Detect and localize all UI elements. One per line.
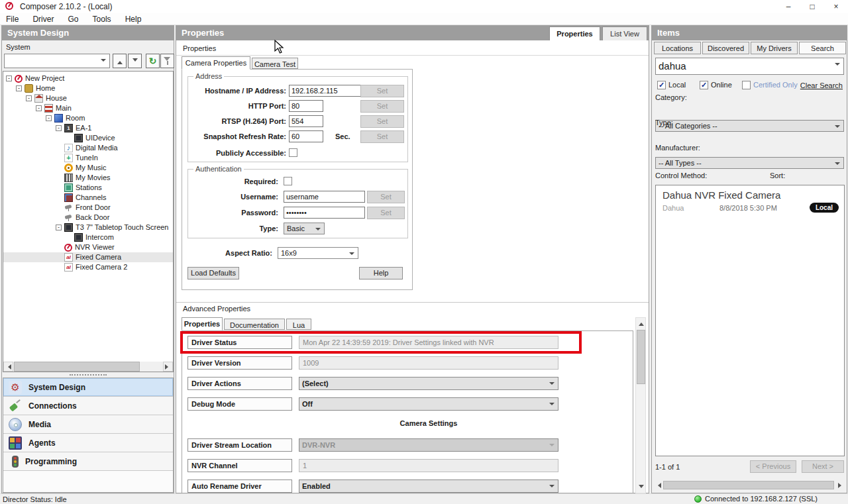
nav-connections[interactable]: Connections: [3, 397, 173, 415]
tab-adv-documentation[interactable]: Documentation: [224, 319, 285, 330]
tree-item-fixed-camera[interactable]: alFixed Camera: [3, 252, 173, 262]
scroll-right-button[interactable]: [836, 480, 846, 490]
tree-item-stations[interactable]: Stations: [3, 183, 173, 193]
certified-only-checkbox[interactable]: [742, 81, 751, 89]
menu-go[interactable]: Go: [62, 13, 84, 25]
tree-item-room[interactable]: -Room: [3, 113, 173, 123]
tree-item-intercom[interactable]: Intercom: [3, 232, 173, 242]
tree-item-tunein[interactable]: +TuneIn: [3, 153, 173, 163]
result-item-dahua-nvr-fixed-camera[interactable]: Dahua NVR Fixed Camera Dahua 8/8/2018 5:…: [656, 185, 844, 217]
password-input[interactable]: [284, 207, 365, 219]
scroll-left-button[interactable]: [3, 362, 13, 372]
filter-certified[interactable]: Certified Only: [742, 80, 798, 89]
tree-hscrollbar[interactable]: [3, 362, 173, 372]
tree-item-touch-screen[interactable]: -T3 7" Tabletop Touch Screen: [3, 223, 173, 232]
tree-item-front-door[interactable]: Front Door: [3, 203, 173, 213]
tree-item-back-door[interactable]: Back Door: [3, 213, 173, 223]
items-hscrollbar[interactable]: [653, 480, 846, 490]
collapse-icon[interactable]: -: [16, 85, 22, 91]
scroll-right-button[interactable]: [163, 362, 173, 372]
nav-system-design[interactable]: ⚙System Design: [3, 378, 173, 397]
tree-item-channels[interactable]: Channels: [3, 193, 173, 203]
tab-adv-properties[interactable]: Properties: [182, 317, 223, 330]
nav-media[interactable]: Media: [3, 415, 173, 434]
advanced-vscrollbar[interactable]: [635, 317, 646, 493]
scroll-thumb[interactable]: [637, 330, 645, 384]
set-http-port-button[interactable]: Set: [360, 100, 404, 113]
category-dropdown[interactable]: -- All Categories --: [655, 120, 844, 132]
collapse-icon[interactable]: -: [56, 225, 62, 230]
menu-tools[interactable]: Tools: [87, 13, 117, 25]
search-down-button[interactable]: [128, 54, 142, 68]
nav-programming[interactable]: Programming: [3, 452, 173, 471]
tab-adv-lua[interactable]: Lua: [286, 319, 311, 330]
tab-search[interactable]: Search: [799, 42, 846, 54]
set-snapshot-rate-button[interactable]: Set: [360, 130, 404, 143]
previous-button[interactable]: < Previous: [750, 460, 796, 473]
rtsp-port-input[interactable]: [289, 115, 323, 127]
online-checkbox[interactable]: ✓: [700, 81, 708, 89]
scroll-left-button[interactable]: [653, 480, 663, 490]
filter-online[interactable]: ✓Online: [700, 80, 732, 89]
menu-driver[interactable]: Driver: [26, 13, 60, 25]
filter-button[interactable]: [160, 54, 174, 68]
load-defaults-button[interactable]: Load Defaults: [187, 267, 239, 279]
menu-help[interactable]: Help: [119, 13, 148, 25]
username-input[interactable]: [284, 191, 365, 203]
tree-item-digital-media[interactable]: ♪Digital Media: [3, 143, 173, 153]
aspect-ratio-dropdown[interactable]: 16x9: [278, 247, 358, 259]
tree-item-fixed-camera-2[interactable]: alFixed Camera 2: [3, 262, 173, 272]
tab-list-view[interactable]: List View: [602, 26, 647, 40]
snapshot-rate-input[interactable]: [289, 130, 323, 142]
tree-item-uidevice[interactable]: UIDevice: [3, 133, 173, 143]
menu-file[interactable]: File: [0, 13, 25, 25]
set-username-button[interactable]: Set: [367, 191, 405, 203]
refresh-button[interactable]: ↻: [146, 54, 160, 68]
restore-button[interactable]: □: [800, 0, 824, 13]
tree-item-main[interactable]: -Main: [3, 103, 173, 113]
hostname-input[interactable]: [289, 85, 363, 97]
tab-discovered[interactable]: Discovered: [702, 42, 749, 54]
tab-camera-test[interactable]: Camera Test: [252, 58, 298, 69]
collapse-icon[interactable]: -: [26, 95, 32, 101]
http-port-input[interactable]: [289, 100, 323, 112]
collapse-icon[interactable]: -: [46, 115, 52, 121]
collapse-icon[interactable]: -: [6, 76, 12, 81]
next-button[interactable]: Next >: [802, 460, 844, 473]
nav-agents[interactable]: Agents: [3, 434, 173, 452]
tab-properties[interactable]: Properties: [549, 26, 600, 40]
local-checkbox[interactable]: ✓: [657, 81, 666, 89]
driver-actions-dropdown[interactable]: (Select): [299, 377, 558, 390]
tree-item-ea1[interactable]: -1EA-1: [3, 123, 173, 133]
required-checkbox[interactable]: [284, 177, 292, 185]
splitter-handle[interactable]: [3, 373, 174, 377]
scroll-down-button[interactable]: [636, 483, 646, 493]
clear-search-link[interactable]: Clear Search: [800, 81, 843, 89]
system-filter-combobox[interactable]: [4, 54, 110, 68]
help-button[interactable]: Help: [359, 267, 403, 279]
scroll-thumb[interactable]: [663, 481, 834, 489]
collapse-icon[interactable]: -: [56, 125, 62, 131]
tab-camera-properties[interactable]: Camera Properties: [182, 56, 250, 70]
tree-item-my-music[interactable]: My Music: [3, 163, 173, 173]
tab-my-drivers[interactable]: My Drivers: [751, 42, 798, 54]
tree-item-my-movies[interactable]: My Movies: [3, 173, 173, 183]
debug-mode-dropdown[interactable]: Off: [299, 397, 558, 411]
search-up-button[interactable]: [113, 54, 127, 68]
set-password-button[interactable]: Set: [367, 207, 405, 219]
auth-type-dropdown[interactable]: Basic: [284, 223, 325, 234]
set-rtsp-port-button[interactable]: Set: [360, 115, 404, 128]
tree-item-new-project[interactable]: -New Project: [3, 74, 173, 83]
scroll-thumb[interactable]: [14, 362, 140, 372]
tree-item-nvr-viewer[interactable]: NVR Viewer: [3, 242, 173, 252]
collapse-icon[interactable]: -: [36, 105, 42, 111]
driver-search-combobox[interactable]: dahua: [655, 58, 844, 75]
tree-item-home[interactable]: -Home: [3, 83, 173, 93]
tree-item-house[interactable]: -House: [3, 93, 173, 103]
scroll-up-button[interactable]: [636, 318, 646, 328]
minimize-button[interactable]: –: [776, 0, 800, 13]
auto-rename-driver-dropdown[interactable]: Enabled: [299, 479, 558, 493]
type-dropdown[interactable]: -- All Types --: [655, 157, 844, 169]
tab-locations[interactable]: Locations: [654, 42, 701, 54]
set-hostname-button[interactable]: Set: [360, 85, 404, 97]
